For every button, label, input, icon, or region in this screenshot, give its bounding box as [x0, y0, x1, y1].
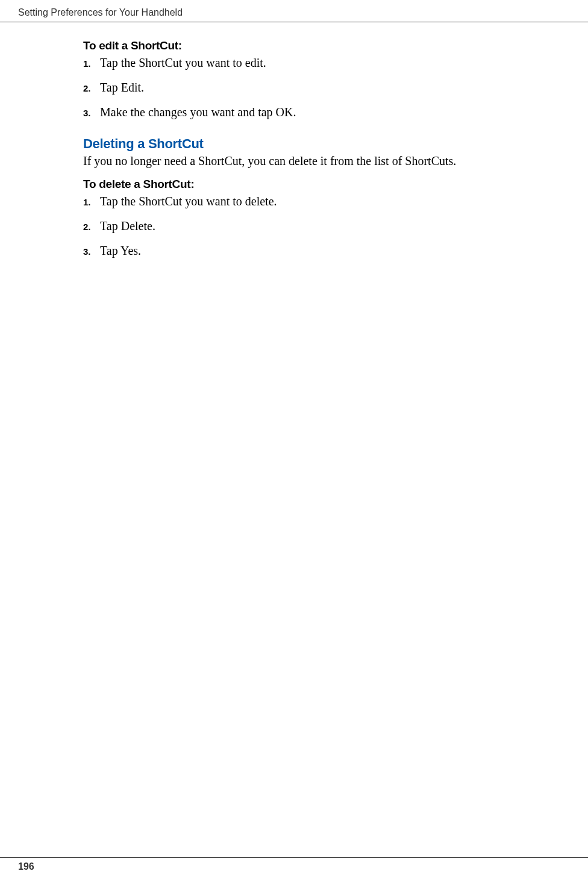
step-text: Tap Delete. [100, 218, 155, 234]
step-text: Tap Edit. [100, 80, 144, 96]
list-item: 3. Make the changes you want and tap OK. [83, 104, 552, 120]
page-number: 196 [0, 861, 588, 872]
header-title: Setting Preferences for Your Handheld [18, 7, 588, 18]
page-header: Setting Preferences for Your Handheld [0, 0, 588, 22]
step-number: 3. [83, 108, 100, 118]
delete-section-heading: Deleting a ShortCut [83, 136, 552, 152]
list-item: 1. Tap the ShortCut you want to edit. [83, 55, 552, 71]
step-text: Tap the ShortCut you want to edit. [100, 55, 266, 71]
step-number: 2. [83, 222, 100, 232]
edit-procedure-heading: To edit a ShortCut: [83, 39, 552, 52]
list-item: 2. Tap Edit. [83, 80, 552, 96]
list-item: 2. Tap Delete. [83, 218, 552, 234]
step-number: 1. [83, 197, 100, 207]
step-number: 3. [83, 246, 100, 257]
page-footer: 196 [0, 857, 588, 872]
delete-intro-text: If you no longer need a ShortCut, you ca… [83, 153, 552, 169]
delete-steps-list: 1. Tap the ShortCut you want to delete. … [83, 193, 552, 259]
step-number: 1. [83, 58, 100, 69]
list-item: 1. Tap the ShortCut you want to delete. [83, 193, 552, 210]
delete-procedure-heading: To delete a ShortCut: [83, 178, 552, 191]
step-text: Tap Yes. [100, 243, 141, 259]
step-text: Tap the ShortCut you want to delete. [100, 193, 277, 210]
step-text: Make the changes you want and tap OK. [100, 104, 296, 120]
edit-steps-list: 1. Tap the ShortCut you want to edit. 2.… [83, 55, 552, 120]
list-item: 3. Tap Yes. [83, 243, 552, 259]
step-number: 2. [83, 83, 100, 93]
page-content: To edit a ShortCut: 1. Tap the ShortCut … [0, 39, 588, 259]
